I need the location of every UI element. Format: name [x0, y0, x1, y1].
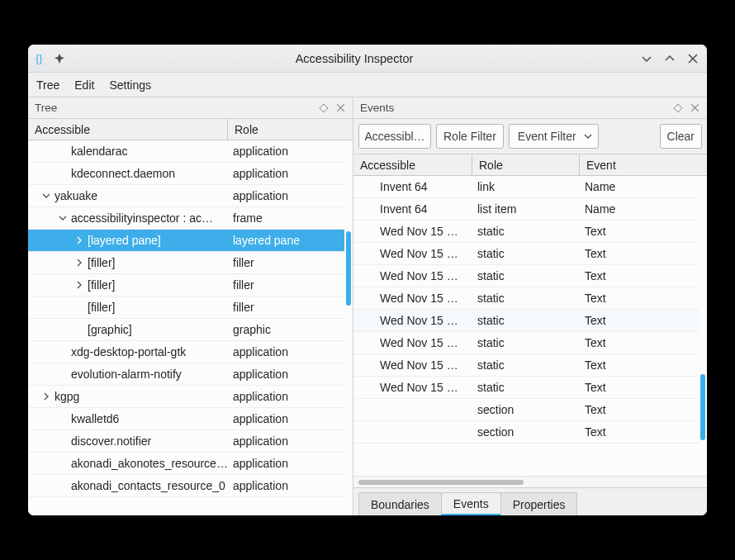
tree-item-role: filler — [228, 252, 344, 273]
event-role: static — [472, 310, 580, 331]
tree-branch-line — [56, 145, 69, 158]
event-row[interactable]: sectionText — [353, 399, 699, 421]
event-role: static — [472, 287, 580, 309]
window-title: Accessibility Inspector — [69, 52, 639, 65]
clear-button[interactable]: Clear — [660, 124, 702, 149]
menu-edit[interactable]: Edit — [74, 78, 94, 92]
tree-row[interactable]: evolution-alarm-notifyapplication — [28, 363, 344, 386]
tree-panel-header: Tree — [28, 97, 353, 119]
tree-item-label: kwalletd6 — [71, 412, 119, 425]
close-button[interactable] — [685, 51, 700, 66]
event-event: Text — [580, 399, 699, 420]
tree-row[interactable]: kgpgapplication — [28, 386, 344, 408]
tree-row[interactable]: [filler]filler — [28, 252, 344, 274]
tree-item-role: application — [228, 386, 344, 407]
events-panel-title: Events — [360, 102, 394, 114]
tree-col-accessible[interactable]: Accessible — [28, 119, 228, 140]
menu-tree[interactable]: Tree — [36, 78, 59, 92]
tree-row[interactable]: [layered pane]layered pane — [28, 230, 344, 252]
tree-item-role: application — [228, 475, 344, 496]
event-row[interactable]: sectionText — [353, 421, 699, 444]
tree-item-role: application — [228, 163, 344, 184]
event-event: Text — [580, 287, 699, 309]
expander-icon[interactable] — [73, 278, 86, 292]
tree-item-label: [layered pane] — [88, 234, 161, 247]
events-column-header[interactable]: Accessible Role Event — [353, 154, 707, 176]
tree-item-label: [filler] — [88, 278, 115, 292]
tree-row[interactable]: yakuakeapplication — [28, 185, 344, 207]
minimize-button[interactable] — [639, 51, 654, 66]
menu-settings[interactable]: Settings — [109, 78, 151, 92]
expander-icon[interactable] — [73, 234, 86, 247]
tree-row[interactable]: [filler]filler — [28, 274, 344, 297]
tree-row[interactable]: accessibilityinspector : ac…frame — [28, 207, 344, 230]
event-role: static — [472, 354, 580, 376]
tree-item-role: application — [228, 408, 344, 429]
float-icon[interactable] — [672, 104, 684, 112]
tree-item-label: akonadi_akonotes_resource_0 — [71, 457, 228, 470]
event-event: Text — [580, 377, 699, 398]
tree-col-role[interactable]: Role — [228, 119, 353, 140]
expander-icon[interactable] — [73, 256, 86, 269]
tree-item-role: application — [228, 453, 344, 474]
events-body[interactable]: Invent 64linkNameInvent 64list itemNameW… — [353, 176, 707, 476]
tree-row[interactable]: akonadi_akonotes_resource_0application — [28, 453, 344, 475]
event-row[interactable]: Wed Nov 15 …staticText — [353, 221, 699, 243]
tree-item-role: layered pane — [228, 230, 344, 251]
tab-boundaries[interactable]: Boundaries — [358, 492, 442, 515]
event-row[interactable]: Wed Nov 15 …staticText — [353, 243, 699, 265]
event-filter-dropdown[interactable]: Event Filter — [509, 124, 599, 149]
tree-row[interactable]: kdeconnect.daemonapplication — [28, 163, 344, 185]
event-row[interactable]: Wed Nov 15 …staticText — [353, 354, 699, 377]
tree-item-label: xdg-desktop-portal-gtk — [71, 345, 186, 358]
tab-events[interactable]: Events — [441, 492, 501, 515]
float-icon[interactable] — [318, 104, 330, 112]
event-accessible: Wed Nov 15 … — [380, 269, 458, 282]
event-row[interactable]: Wed Nov 15 …staticText — [353, 332, 699, 354]
tree-row[interactable]: xdg-desktop-portal-gtkapplication — [28, 341, 344, 363]
pin-icon[interactable] — [53, 52, 66, 65]
events-hscrollbar[interactable] — [353, 476, 707, 487]
events-scrollbar[interactable] — [700, 374, 705, 440]
expander-icon[interactable] — [56, 211, 69, 225]
event-row[interactable]: Wed Nov 15 …staticText — [353, 310, 699, 332]
tree-panel-title: Tree — [35, 102, 57, 114]
tree-item-role: application — [228, 363, 344, 385]
events-col-event[interactable]: Event — [580, 154, 707, 175]
tree-row[interactable]: [graphic]graphic — [28, 319, 344, 341]
tree-item-role: filler — [228, 274, 344, 296]
tree-item-label: kgpg — [55, 390, 79, 403]
event-row[interactable]: Wed Nov 15 …staticText — [353, 265, 699, 287]
events-col-accessible[interactable]: Accessible — [353, 154, 472, 175]
event-role: static — [472, 332, 580, 354]
close-panel-icon[interactable] — [689, 104, 700, 112]
tree-item-label: discover.notifier — [71, 434, 151, 448]
tree-row[interactable]: kalendaracapplication — [28, 140, 344, 163]
tree-row[interactable]: kwalletd6application — [28, 408, 344, 430]
event-role: link — [472, 176, 580, 197]
event-row[interactable]: Wed Nov 15 …staticText — [353, 287, 699, 310]
expander-icon[interactable] — [40, 390, 53, 403]
tree-row[interactable]: [filler]filler — [28, 297, 344, 319]
accessible-filter-button[interactable]: Accessibl… — [358, 124, 431, 149]
expander-icon[interactable] — [40, 189, 53, 202]
events-panel-header: Events — [353, 97, 707, 119]
tree-scrollbar[interactable] — [346, 231, 351, 306]
tree-row[interactable]: akonadi_contacts_resource_0application — [28, 475, 344, 497]
event-row[interactable]: Wed Nov 15 …staticText — [353, 377, 699, 399]
tab-properties[interactable]: Properties — [500, 492, 578, 515]
events-col-role[interactable]: Role — [472, 154, 580, 175]
event-row[interactable]: Invent 64list itemName — [353, 198, 699, 221]
svg-text:{}: {} — [36, 52, 43, 64]
role-filter-button[interactable]: Role Filter — [436, 124, 504, 149]
maximize-button[interactable] — [662, 51, 677, 66]
tree-column-header[interactable]: Accessible Role — [28, 119, 353, 140]
tree-branch-line — [56, 457, 69, 470]
tree-row[interactable]: discover.notifierapplication — [28, 430, 344, 453]
tree-branch-line — [73, 323, 86, 336]
close-panel-icon[interactable] — [334, 104, 346, 112]
event-event: Text — [580, 310, 699, 331]
event-row[interactable]: Invent 64linkName — [353, 176, 699, 198]
event-accessible: Wed Nov 15 … — [380, 247, 458, 260]
tree-body[interactable]: kalendaracapplicationkdeconnect.daemonap… — [28, 140, 353, 515]
